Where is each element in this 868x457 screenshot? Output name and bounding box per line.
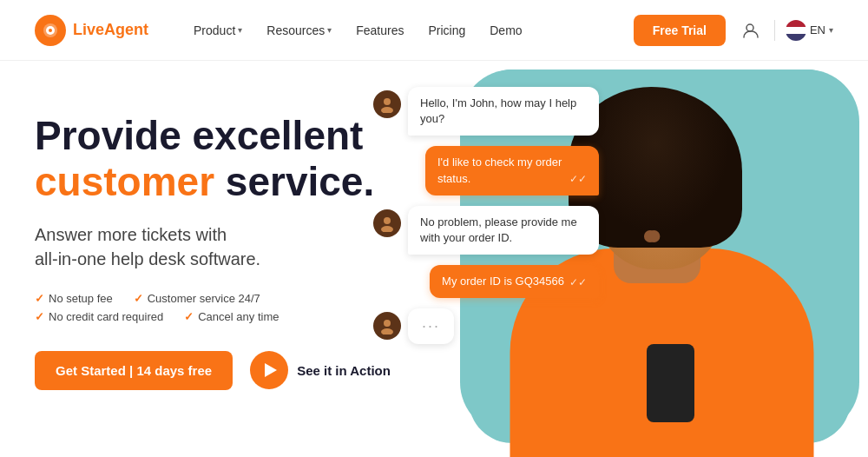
badge-cancel: ✓ Cancel any time: [184, 310, 279, 323]
nav-demo[interactable]: Demo: [479, 17, 532, 44]
user-svg: [740, 21, 760, 40]
resources-chevron-icon: ▾: [327, 25, 332, 35]
see-action-button[interactable]: See it in Action: [250, 351, 391, 389]
free-trial-button[interactable]: Free Trial: [634, 15, 726, 46]
nav-resources[interactable]: Resources ▾: [256, 17, 342, 44]
agent-avatar-2: [373, 209, 401, 237]
chat-container: Hello, I'm John, how may I help you? I'd…: [373, 87, 599, 344]
svg-point-5: [384, 98, 391, 105]
flag-icon: [786, 20, 806, 41]
hero-section: Provide excellent customer service. Answ…: [0, 61, 868, 457]
nav-links: Product ▾ Resources ▾ Features Pricing D…: [183, 15, 833, 46]
hero-content: Provide excellent customer service. Answ…: [35, 61, 399, 390]
badge-customer-service: ✓ Customer service 24/7: [134, 292, 260, 305]
bubble-text-1: Hello, I'm John, how may I help you?: [408, 87, 599, 136]
check-icon: ✓✓: [569, 172, 587, 187]
agent-avatar-3: [373, 312, 401, 340]
badge-no-credit: ✓ No credit card required: [35, 310, 163, 323]
logo-text: LiveAgent: [73, 21, 148, 39]
bubble-orange-2: My order ID is GQ34566 ✓✓: [430, 265, 599, 298]
get-started-button[interactable]: Get Started | 14 days free: [35, 351, 233, 390]
svg-point-3: [746, 24, 753, 31]
chat-bubble-1: Hello, I'm John, how may I help you?: [373, 87, 599, 136]
nav-product[interactable]: Product ▾: [183, 17, 253, 44]
logo-icon: [35, 15, 66, 46]
lang-chevron-icon: ▾: [829, 25, 833, 35]
svg-point-7: [384, 217, 391, 224]
check-icon-2: ✓✓: [569, 275, 587, 290]
chat-bubble-3: No problem, please provide me with your …: [373, 206, 599, 255]
nav-actions: Free Trial EN ▾: [634, 15, 833, 46]
hero-title: Provide excellent customer service.: [35, 113, 399, 205]
logo-svg: [42, 22, 59, 39]
navbar: LiveAgent Product ▾ Resources ▾ Features…: [0, 0, 868, 61]
svg-point-6: [381, 107, 393, 113]
language-selector[interactable]: EN ▾: [786, 20, 833, 41]
chat-bubble-typing: ···: [373, 308, 599, 344]
typing-dots: ···: [408, 308, 454, 344]
agent-avatar-1: [373, 90, 401, 118]
hero-image: Hello, I'm John, how may I help you? I'd…: [399, 61, 833, 457]
hero-badges: ✓ No setup fee ✓ Customer service 24/7 ✓…: [35, 292, 399, 323]
product-chevron-icon: ▾: [238, 25, 242, 35]
svg-point-10: [381, 328, 393, 334]
play-icon: [250, 351, 288, 389]
badge-no-setup: ✓ No setup fee: [35, 292, 113, 305]
bubble-text-3: No problem, please provide me with your …: [408, 206, 599, 255]
logo[interactable]: LiveAgent: [35, 15, 148, 46]
bubble-orange-1: I'd like to check my order status. ✓✓: [425, 146, 599, 195]
hero-subtitle: Answer more tickets with all-in-one help…: [35, 222, 399, 271]
nav-features[interactable]: Features: [345, 17, 414, 44]
svg-point-9: [384, 320, 391, 327]
nav-pricing[interactable]: Pricing: [418, 17, 476, 44]
hero-cta: Get Started | 14 days free See it in Act…: [35, 351, 399, 390]
svg-marker-4: [265, 363, 277, 377]
svg-point-8: [381, 226, 393, 232]
chat-bubble-4: My order ID is GQ34566 ✓✓: [408, 265, 599, 298]
nav-divider: [774, 20, 775, 41]
user-icon[interactable]: [736, 17, 764, 44]
chat-bubble-2: I'd like to check my order status. ✓✓: [408, 146, 599, 195]
svg-point-2: [49, 29, 52, 32]
